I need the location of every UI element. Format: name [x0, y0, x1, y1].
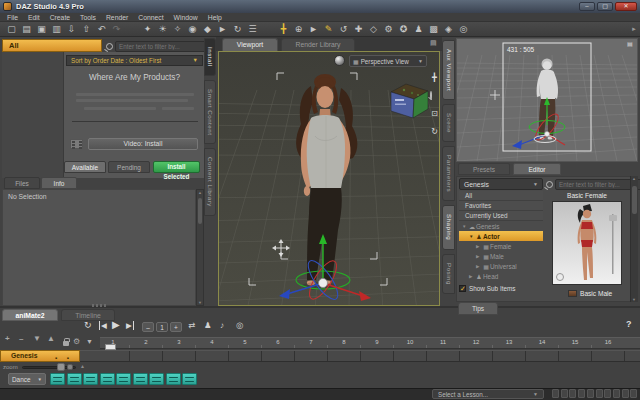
aniblock-group-dropdown[interactable]: Dance ▼ — [8, 373, 46, 385]
tree-node-female[interactable]: ▶▦Female — [459, 241, 543, 251]
aniblock-clip[interactable] — [116, 373, 131, 385]
camera-selector-dropdown[interactable]: ▦ Perspective View ▼ — [349, 55, 427, 67]
tree-node-actor[interactable]: ▼♟Actor — [459, 231, 543, 241]
lesson-nav-button[interactable] — [569, 389, 576, 398]
node-selection-tool-icon[interactable]: ► — [306, 22, 321, 36]
minimize-button[interactable]: – — [579, 2, 595, 11]
undo-icon[interactable]: ↶ — [94, 22, 109, 36]
aniblock-clip[interactable] — [50, 373, 65, 385]
scrollbar[interactable]: ▲ ▼ — [196, 189, 204, 306]
tree-node-universal[interactable]: ▶▦Universal — [459, 261, 543, 271]
filter-row-currently-used[interactable]: Currently Used — [459, 211, 543, 221]
tab-presets[interactable]: Presets — [458, 163, 510, 175]
geometry-selection-icon[interactable]: ✎ — [321, 22, 336, 36]
menu-render[interactable]: Render — [101, 14, 133, 21]
pane-menu-icon[interactable]: ▤ — [627, 40, 633, 47]
close-button[interactable]: ✕ — [615, 2, 637, 11]
menu-tools[interactable]: Tools — [75, 14, 101, 21]
frame-tool-icon[interactable]: ⊡ — [429, 109, 440, 118]
aniblock-clip[interactable] — [182, 373, 197, 385]
surface-selection-icon[interactable]: ▩ — [426, 22, 441, 36]
lesson-nav-button[interactable] — [622, 389, 629, 398]
dock-tab-install[interactable]: Install — [204, 38, 216, 76]
add-audio-icon[interactable]: ♪ — [220, 320, 224, 330]
thumbnail-basic-female[interactable] — [552, 201, 622, 285]
viewport-canvas[interactable] — [218, 51, 440, 306]
lesson-nav-button[interactable] — [613, 389, 620, 398]
cycle-icon[interactable]: ↻ — [230, 22, 245, 36]
track-button-3[interactable]: ▲ — [47, 334, 55, 343]
scrollbar-thumb[interactable] — [632, 186, 637, 214]
show-sub-items-checkbox[interactable]: ✓ Show Sub Items — [459, 283, 543, 293]
lesson-nav-button[interactable] — [587, 389, 594, 398]
tab-animate2[interactable]: aniMate2 — [2, 309, 58, 321]
dock-tab-shaping[interactable]: Shaping — [442, 205, 455, 249]
sort-dropdown[interactable]: Sort by Order Date : Oldest First ▼ — [66, 55, 203, 66]
toolbar-overflow-icon[interactable]: ► — [631, 26, 637, 32]
rotate-tool-icon[interactable]: ↺ — [336, 22, 351, 36]
install-selected-button[interactable]: Install Selected — [153, 161, 200, 173]
zoom-slider-handle[interactable] — [67, 364, 73, 370]
shading-style-icon[interactable] — [334, 55, 345, 66]
region-navigator-icon[interactable]: ◈ — [441, 22, 456, 36]
track-cells[interactable] — [80, 350, 640, 362]
dock-tab-posing[interactable]: Posing — [442, 254, 455, 294]
zoom-slider-handle[interactable] — [57, 363, 65, 371]
frame-selection-icon[interactable]: ► — [215, 22, 230, 36]
frame-minus-button[interactable]: – — [142, 322, 154, 332]
scroll-up-icon[interactable]: ▲ — [197, 190, 203, 195]
shaping-search-input[interactable] — [555, 179, 640, 190]
filter-row-favorites[interactable]: Favorites — [459, 201, 543, 211]
create-point-light-icon[interactable]: ◉ — [185, 22, 200, 36]
save-icon[interactable]: ▥ — [49, 22, 64, 36]
tab-tips[interactable]: Tips — [458, 302, 498, 315]
filter-icon[interactable]: ▼ — [86, 338, 93, 345]
thumbnail-basic-male[interactable] — [568, 290, 577, 297]
create-camera-icon[interactable]: ◆ — [200, 22, 215, 36]
aniblock-clip[interactable] — [149, 373, 164, 385]
lesson-nav-button[interactable] — [630, 389, 637, 398]
thumb-slider-track[interactable] — [612, 214, 614, 274]
pane-menu-icon[interactable]: ▤ — [430, 39, 437, 47]
tab-viewport[interactable]: Viewport — [222, 38, 278, 51]
dock-tab-scene[interactable]: Scene — [442, 104, 455, 142]
figure-dropdown[interactable]: Genesis ▼ — [459, 178, 543, 190]
track-button-2[interactable]: ▼ — [33, 334, 41, 343]
aniblock-clip[interactable] — [100, 373, 115, 385]
menu-create[interactable]: Create — [45, 14, 75, 21]
scene-list-icon[interactable]: ☰ — [245, 22, 260, 36]
scroll-up-icon[interactable]: ▲ — [631, 176, 637, 181]
universal-manipulator-icon[interactable]: ╋ — [276, 22, 291, 36]
lesson-nav-button[interactable] — [552, 389, 559, 398]
save-lock-icon[interactable]: ▣ — [34, 22, 49, 36]
lesson-nav-button[interactable] — [578, 389, 585, 398]
open-file-icon[interactable]: ▤ — [19, 22, 34, 36]
search-input[interactable] — [115, 41, 211, 52]
scroll-down-icon[interactable]: ▼ — [631, 297, 637, 302]
video-install-button[interactable]: Video: Install — [88, 138, 198, 150]
thumb-slider-handle[interactable] — [609, 215, 617, 221]
scale-tool-icon[interactable]: ◇ — [366, 22, 381, 36]
pan-tool-icon[interactable]: ╋ — [429, 73, 440, 82]
menu-window[interactable]: Window — [169, 14, 203, 21]
frame-plus-button[interactable]: + — [170, 322, 182, 332]
menu-file[interactable]: File — [2, 14, 23, 21]
skip-forward-button[interactable]: ▶ — [126, 321, 134, 330]
new-file-icon[interactable]: ▢ — [4, 22, 19, 36]
import-icon[interactable]: ⇩ — [64, 22, 79, 36]
tab-pending[interactable]: Pending — [108, 161, 150, 173]
lock-icon[interactable] — [63, 341, 69, 346]
filter-row-all[interactable]: All — [459, 191, 543, 201]
redo-icon[interactable]: ↷ — [109, 22, 124, 36]
orbit-tool-icon[interactable]: ↻ — [429, 127, 440, 136]
record-icon[interactable]: ◎ — [236, 320, 243, 330]
joint-editor-icon[interactable]: ⚙ — [381, 22, 396, 36]
menu-connect[interactable]: Connect — [133, 14, 168, 21]
playhead[interactable] — [105, 344, 116, 350]
lesson-nav-button[interactable] — [604, 389, 611, 398]
lesson-nav-button[interactable] — [561, 389, 568, 398]
create-spotlight-icon[interactable]: ✧ — [170, 22, 185, 36]
divider-grip[interactable] — [92, 304, 108, 307]
menu-help[interactable]: Help — [203, 14, 227, 21]
gizmo-center[interactable] — [319, 279, 328, 288]
